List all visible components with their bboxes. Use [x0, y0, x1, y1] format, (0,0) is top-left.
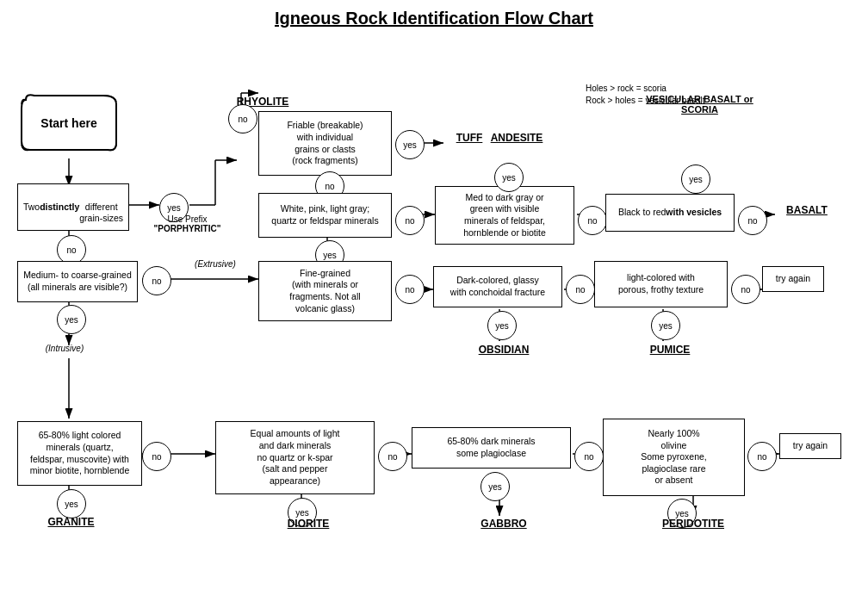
peridotite-label: PERIDOTITE	[650, 518, 736, 530]
try-again-2-box: try again	[779, 433, 841, 459]
granite-label: GRANITE	[39, 516, 103, 528]
circle-no-lightporous: no	[731, 275, 760, 304]
circle-yes-darkglassy: yes	[487, 311, 517, 340]
circle-no-equalamounts: no	[378, 442, 407, 471]
try-again-1-box: try again	[762, 266, 824, 292]
dark-minerals-box: 65-80% dark mineralssome plagioclase	[412, 427, 571, 469]
intrusive-label: (Intrusive)	[26, 344, 103, 353]
porphyritic-label: Use Prefix"PORPHYRITIC"	[138, 214, 237, 233]
obsidian-label: OBSIDIAN	[469, 344, 538, 356]
circle-yes-medcoarse: yes	[57, 305, 86, 334]
circle-no-rhyolite: no	[228, 104, 257, 133]
light-porous-box: light-colored withporous, frothy texture	[594, 261, 728, 307]
med-dark-box: Med to dark gray orgreen with visiblemin…	[435, 186, 574, 245]
circle-no-darkglassy: no	[566, 275, 595, 304]
circle-no-finegrained: no	[395, 275, 425, 304]
circle-yes-lightporous: yes	[651, 311, 680, 340]
circle-yes-blackred: yes	[681, 164, 710, 194]
black-red-box: Black to redwith vesicles	[605, 194, 735, 232]
friable-box: Friable (breakable)with individualgrains…	[258, 111, 392, 176]
gabbro-label: GABBRO	[474, 518, 534, 530]
circle-yes-friable: yes	[395, 130, 425, 159]
circle-yes-meddark: yes	[494, 163, 524, 192]
circle-no-lightminerals: no	[142, 442, 171, 471]
nearly-olivine-box: Nearly 100%olivineSome pyroxene,plagiocl…	[603, 419, 745, 496]
circle-no-twograin: no	[57, 235, 86, 264]
vesicular-label: VESICULAR BASALT or SCORIA	[629, 94, 771, 115]
circle-no-meddark: no	[578, 206, 607, 235]
white-pink-box: White, pink, light gray;quartz or feldsp…	[258, 193, 392, 238]
basalt-label: BASALT	[777, 204, 837, 216]
circle-no-medcoarse: no	[142, 266, 171, 295]
equal-amounts-box: Equal amounts of lightand dark mineralsn…	[215, 421, 375, 494]
circle-yes-darkminerals: yes	[480, 472, 510, 501]
extrusive-label: (Extrusive)	[177, 259, 254, 269]
circle-no-blackred: no	[738, 206, 767, 235]
diorite-label: DIORITE	[278, 518, 338, 530]
dark-glassy-box: Dark-colored, glassywith conchoidal frac…	[433, 266, 562, 307]
circle-no-darkminerals: no	[574, 442, 604, 471]
circle-yes-lightminerals: yes	[57, 489, 86, 518]
circle-no-whitepink: no	[395, 206, 425, 235]
light-minerals-box: 65-80% light coloredminerals (quartz,fel…	[17, 421, 142, 486]
circle-no-nearlyolivine: no	[747, 442, 777, 471]
andesite-label: ANDESITE	[478, 132, 555, 144]
start-here: Start here	[17, 91, 121, 156]
pumice-label: PUMICE	[636, 344, 704, 356]
page-title: Igneous Rock Identification Flow Chart	[9, 9, 859, 28]
medium-coarse-box: Medium- to coarse-grained(all minerals a…	[17, 261, 138, 302]
arrows-overlay	[9, 35, 861, 595]
two-grain-box: Two distinctlydifferentgrain-sizes	[17, 183, 129, 231]
fine-grained-box: Fine-grained(with minerals orfragments. …	[258, 261, 392, 321]
svg-text:Start here: Start here	[40, 116, 97, 130]
